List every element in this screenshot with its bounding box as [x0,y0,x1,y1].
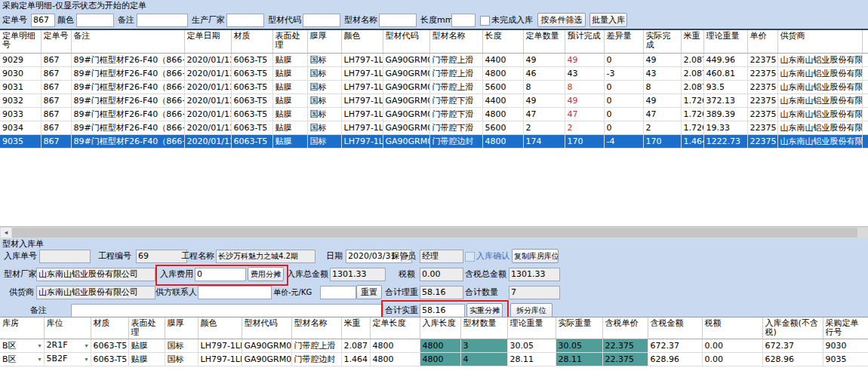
cell[interactable]: 22375 [747,121,777,135]
split-location-button[interactable]: 拆分库位 [510,303,553,317]
cell[interactable]: LH797-1LL0 [341,108,383,121]
cell[interactable]: 4400 [482,54,523,67]
filter-by-condition-button[interactable]: 按条件筛选 [537,13,586,27]
cell[interactable]: 贴膜 [128,339,165,353]
cell[interactable]: 6063-T5 [231,121,272,135]
combo-cell[interactable]: 2R1F▾ [44,339,91,353]
cell[interactable]: 4800 [420,339,460,353]
cell[interactable]: 门带腔下滑 [429,121,482,135]
cell[interactable]: 449.96 [703,54,747,67]
cell[interactable]: 山东南山铝业股份有限公司 [777,94,862,108]
cell[interactable]: 门带腔边封 [291,353,341,366]
cell[interactable]: 门带腔上滑 [291,339,341,353]
cell[interactable]: LH797-1LL0 [341,81,383,94]
cell[interactable]: 867 [41,54,71,67]
cell[interactable]: 49 [565,94,604,108]
cell[interactable]: 19.33 [703,121,747,135]
cell[interactable]: 2 [565,121,604,135]
cell[interactable]: 1.464 [341,353,370,366]
cell[interactable]: 628.96 [648,353,702,366]
cell[interactable]: 22375 [747,67,777,81]
cell[interactable]: LH797-1LL0 [341,135,383,149]
combo-cell[interactable]: B区▾ [0,353,44,366]
cell[interactable] [862,81,868,94]
cell[interactable]: 49 [523,94,565,108]
cell[interactable]: GA90GRM03 [242,339,291,353]
cell[interactable]: 47 [523,108,565,121]
cell[interactable]: 5600 [482,121,523,135]
cell[interactable]: 山东南山铝业股份有限公司 [777,54,862,67]
cell[interactable]: 3 [460,339,507,353]
cell[interactable]: 9035 [0,135,41,149]
cell[interactable]: 9034 [0,121,41,135]
cell[interactable]: GA90GRM03 [383,81,429,94]
cell[interactable]: 2020/01/13 [184,67,231,81]
cell[interactable]: 867 [41,121,71,135]
cell[interactable]: 2020/01/13 [184,94,231,108]
cell[interactable]: 867 [41,81,71,94]
cell[interactable]: 2020/01/13 [184,81,231,94]
cell[interactable]: 门带腔上滑 [429,81,482,94]
cell[interactable]: 国标 [307,67,341,81]
cell[interactable] [862,94,868,108]
cell[interactable]: 国标 [165,353,198,366]
cell[interactable]: 89#门框型材F26-F40（866+867） [71,94,184,108]
cell[interactable]: 89#门框型材F26-F40（866+867） [71,135,184,149]
cell[interactable]: 贴膜 [272,135,307,149]
weight-share-button[interactable]: 实重分摊 [466,303,503,317]
cell[interactable]: 22375 [747,94,777,108]
cell[interactable]: 170 [565,135,604,149]
copy-location-button[interactable]: 复制库房库位 [512,249,559,263]
cell[interactable]: 46 [523,67,565,81]
cell[interactable] [862,54,868,67]
cell[interactable] [862,135,868,149]
cell[interactable]: 2020/01/13 [184,135,231,149]
cell[interactable]: 4 [460,353,507,366]
cell[interactable]: LH797-1LL0 [341,67,383,81]
cell[interactable]: 0 [604,54,643,67]
cell[interactable]: -4 [604,135,643,149]
combo-cell[interactable]: B区▾ [0,339,44,353]
cell[interactable]: 国标 [307,94,341,108]
cell[interactable]: 国标 [165,339,198,353]
cell[interactable]: 22.375 [602,353,648,366]
cell[interactable]: 门带腔上滑 [429,67,482,81]
cell[interactable]: 山东南山铝业股份有限公司 [777,108,862,121]
cell[interactable]: 672.37 [648,339,702,353]
cell[interactable]: 6063-T5 [231,108,272,121]
cell[interactable]: 672.37 [762,339,823,353]
cell[interactable]: 2.087 [681,67,703,81]
cell[interactable]: 5600 [482,81,523,94]
cell[interactable]: 93.5 [703,81,747,94]
order-no-input[interactable] [31,14,55,27]
cell[interactable]: 43 [565,67,604,81]
cell[interactable]: 22375 [747,54,777,67]
cell[interactable]: 28.11 [556,353,602,366]
fee-share-button[interactable]: 费用分摊 [248,267,284,281]
cell[interactable]: 6063-T5 [231,67,272,81]
cell[interactable]: 49 [523,54,565,67]
cell[interactable]: 49 [643,54,681,67]
cell[interactable]: 门带腔上滑 [429,54,482,67]
dropdown-icon[interactable]: ▾ [38,340,41,352]
cell[interactable]: 2020/01/13 [184,54,231,67]
cell[interactable]: 国标 [307,54,341,67]
dropdown-icon[interactable]: ▾ [85,340,88,352]
cell[interactable]: 6063-T5 [231,54,272,67]
dropdown-icon[interactable]: ▾ [85,354,88,366]
cell[interactable]: LH797-1LL0 [198,339,242,353]
cell[interactable]: 6063-T5 [231,94,272,108]
cell[interactable]: 1222.73 [703,135,747,149]
cell[interactable]: 门带腔边封 [429,135,482,149]
cell[interactable]: 贴膜 [128,353,165,366]
cell[interactable]: GA90GRM05 [383,135,429,149]
cell[interactable]: 4800 [482,108,523,121]
cell[interactable]: 49 [643,94,681,108]
cell[interactable] [862,121,868,135]
cell[interactable]: 174 [523,135,565,149]
cell[interactable]: 8 [565,81,604,94]
cell[interactable]: 1.726 [681,108,703,121]
cell[interactable]: 贴膜 [272,108,307,121]
cell[interactable]: 贴膜 [272,67,307,81]
cell[interactable]: 89#门框型材F26-F40（866+867） [71,54,184,67]
